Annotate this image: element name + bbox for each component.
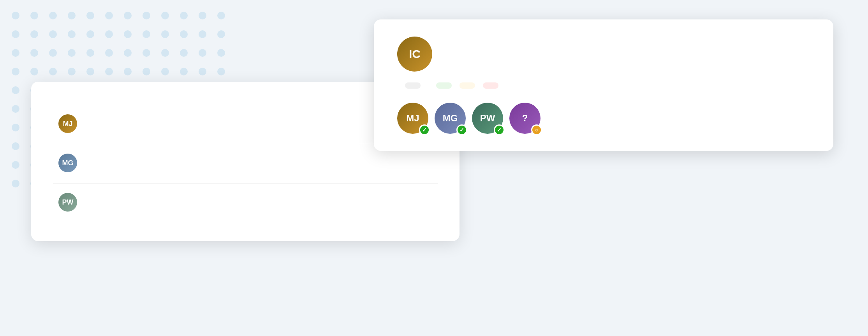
- dot: [68, 49, 76, 57]
- dot: [143, 12, 150, 19]
- dot: [86, 49, 94, 57]
- status-check-3: ✓: [494, 124, 505, 135]
- review-subtitle: [443, 40, 810, 50]
- dot: [124, 30, 132, 38]
- dot: [143, 30, 150, 38]
- review-status-card: IC MJ ✓ MG ✓ PW ✓: [374, 19, 833, 151]
- dot: [49, 30, 57, 38]
- dot: [86, 68, 94, 75]
- dot: [105, 12, 113, 19]
- dot: [30, 12, 38, 19]
- marc-avatar: MJ: [58, 114, 77, 133]
- dot: [12, 142, 19, 150]
- dot: [30, 68, 38, 75]
- dot: [68, 12, 76, 19]
- dot: [124, 49, 132, 57]
- dot: [161, 12, 169, 19]
- waiting-badge: [460, 82, 475, 89]
- author-avatar-3: PW ✓: [472, 103, 503, 134]
- monica-avatar: MG: [58, 154, 77, 172]
- answer-block-2: MG: [53, 154, 438, 172]
- dot: [49, 49, 57, 57]
- dot: [124, 68, 132, 75]
- dot: [30, 49, 38, 57]
- dot: [68, 68, 76, 75]
- dot: [30, 30, 38, 38]
- dot: [12, 68, 19, 75]
- answer-block-3: PW: [53, 193, 438, 212]
- dot: [180, 12, 188, 19]
- dot: [180, 68, 188, 75]
- patricia-avatar: PW: [58, 193, 77, 212]
- overdue-badge: [483, 82, 498, 89]
- dot: [12, 161, 19, 169]
- reviewee-avatar: IC: [397, 37, 432, 72]
- dot: [12, 180, 19, 187]
- dot: [105, 30, 113, 38]
- status-check-1: ✓: [419, 124, 430, 135]
- dot: [86, 30, 94, 38]
- dot: [12, 30, 19, 38]
- authors-row: MJ ✓ MG ✓ PW ✓ ? ○: [397, 103, 810, 134]
- dot: [217, 12, 225, 19]
- dot: [143, 49, 150, 57]
- review-stats-row: [397, 82, 810, 89]
- dot: [161, 30, 169, 38]
- completed-badge: [436, 82, 452, 89]
- dot: [199, 49, 206, 57]
- review-header: IC: [397, 37, 810, 72]
- dot: [199, 12, 206, 19]
- answer-author-row-2: MG: [53, 154, 438, 172]
- review-title-section: [443, 37, 810, 50]
- dot: [105, 49, 113, 57]
- dot: [161, 68, 169, 75]
- dot: [180, 30, 188, 38]
- author-avatar-2: MG ✓: [435, 103, 466, 134]
- dot: [199, 30, 206, 38]
- dot: [217, 49, 225, 57]
- divider-2: [53, 183, 438, 184]
- status-check-2: ✓: [456, 124, 467, 135]
- total-authors-badge: [405, 82, 421, 89]
- dot: [217, 68, 225, 75]
- dot: [68, 30, 76, 38]
- dot: [161, 49, 169, 57]
- author-avatar-4: ? ○: [509, 103, 541, 134]
- dot: [180, 49, 188, 57]
- dot: [199, 68, 206, 75]
- dot: [143, 68, 150, 75]
- dot: [12, 49, 19, 57]
- dot: [12, 86, 19, 94]
- dot: [124, 12, 132, 19]
- dot: [12, 105, 19, 113]
- dot: [105, 68, 113, 75]
- dot: [86, 12, 94, 19]
- dot: [49, 12, 57, 19]
- dot: [217, 30, 225, 38]
- dot: [49, 68, 57, 75]
- dot: [12, 12, 19, 19]
- answer-author-row-3: PW: [53, 193, 438, 212]
- author-avatar-1: MJ ✓: [397, 103, 428, 134]
- dot: [12, 124, 19, 131]
- status-wait-4: ○: [531, 124, 542, 135]
